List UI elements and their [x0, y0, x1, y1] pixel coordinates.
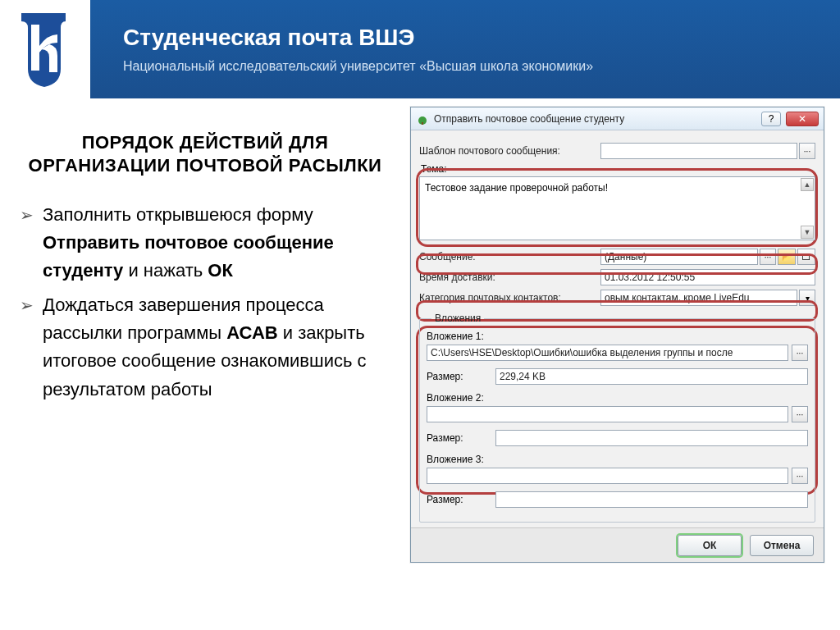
tema-label: Тема: — [421, 163, 815, 175]
help-button[interactable]: ? — [761, 112, 781, 126]
attachment2-size — [495, 430, 808, 446]
message-input[interactable] — [600, 249, 758, 265]
attachment2-browse-button[interactable]: ··· — [792, 406, 808, 422]
attachment1-input[interactable] — [427, 345, 788, 361]
attachment2-input[interactable] — [427, 406, 788, 422]
delivery-input[interactable] — [600, 269, 815, 285]
attachment1-label: Вложение 1: — [427, 331, 808, 342]
instructions-panel: ПОРЯДОК ДЕЙСТВИЙ ДЛЯ ОРГАНИЗАЦИИ ПОЧТОВО… — [16, 115, 394, 563]
template-input[interactable] — [600, 143, 797, 159]
dialog-titlebar[interactable]: Отправить почтовое сообщение студенту ? … — [411, 107, 824, 130]
app-tree-icon — [416, 112, 429, 126]
attachment3-browse-button[interactable]: ··· — [792, 468, 808, 484]
attachment2-label: Вложение 2: — [427, 392, 808, 404]
ok-button[interactable]: ОК — [678, 535, 742, 556]
category-dropdown-button[interactable]: ▾ — [799, 290, 815, 306]
dialog-footer: ОК Отмена — [411, 527, 824, 562]
size-label: Размер: — [427, 432, 492, 444]
attachments-legend: Вложения — [431, 313, 484, 324]
page-title: Студенческая почта ВШЭ — [123, 25, 593, 51]
attachment1-size — [495, 368, 808, 385]
message-open-button[interactable]: 📂 — [778, 249, 796, 265]
page-subtitle: Национальный исследовательский университ… — [123, 59, 593, 74]
template-browse-button[interactable]: ··· — [799, 143, 815, 159]
attachment1-browse-button[interactable]: ··· — [792, 345, 808, 361]
attachments-fieldset: Вложения Вложение 1: ··· Размер: Вложени… — [419, 313, 815, 523]
attachment3-input[interactable] — [427, 468, 788, 484]
send-mail-dialog: Отправить почтовое сообщение студенту ? … — [410, 107, 824, 563]
message-browse-button[interactable]: ··· — [760, 249, 776, 265]
app-header: Студенческая почта ВШЭ Национальный иссл… — [0, 0, 840, 98]
instruction-item: Дождаться завершения процесса рассылки п… — [16, 291, 394, 403]
close-button[interactable]: ✕ — [786, 112, 819, 126]
logo-box — [0, 0, 90, 98]
message-label: Сообщение: — [419, 251, 596, 262]
dialog-title: Отправить почтовое сообщение студенту — [434, 113, 756, 125]
scroll-down-icon[interactable]: ▼ — [801, 226, 814, 239]
instructions-heading: ПОРЯДОК ДЕЙСТВИЙ ДЛЯ ОРГАНИЗАЦИИ ПОЧТОВО… — [25, 131, 386, 176]
template-label: Шаблон почтового сообщения: — [419, 145, 596, 157]
category-input[interactable] — [600, 290, 797, 306]
cancel-button[interactable]: Отмена — [750, 535, 814, 556]
scroll-up-icon[interactable]: ▲ — [801, 178, 814, 191]
message-preview-button[interactable]: 🗔 — [797, 249, 815, 265]
hse-logo-icon — [16, 8, 74, 90]
category-label: Категория почтовых контактов: — [419, 292, 596, 304]
size-label: Размер: — [427, 494, 492, 505]
size-label: Размер: — [427, 371, 492, 382]
instruction-item: Заполнить открывшеюся форму Отправить по… — [16, 201, 394, 285]
tema-textarea[interactable]: Тестовое задание проверочной работы! ▲ ▼ — [419, 176, 815, 240]
svg-rect-2 — [422, 122, 423, 125]
attachment3-size — [495, 491, 808, 508]
attachment3-label: Вложение 3: — [427, 454, 808, 465]
delivery-label: Время доставки: — [419, 272, 596, 283]
